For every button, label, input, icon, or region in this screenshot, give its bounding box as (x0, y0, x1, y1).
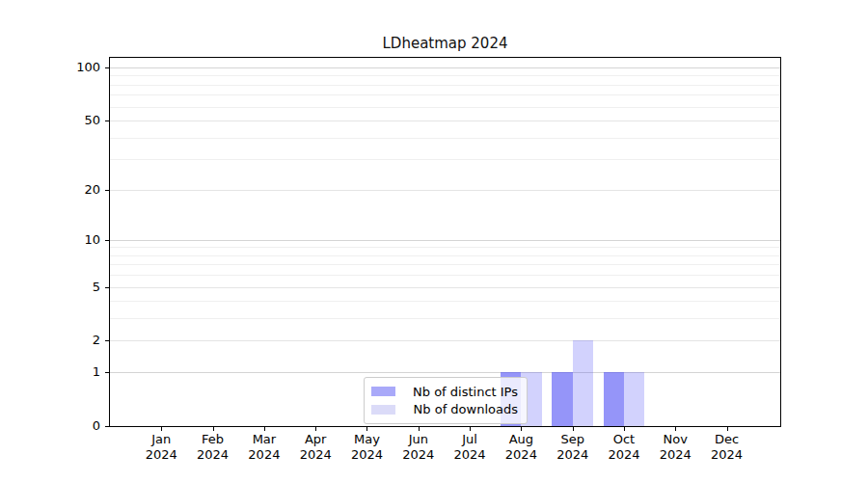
gridline-8 (110, 255, 780, 256)
bar-nb-of-downloads-sep (573, 340, 593, 426)
gridline-80 (110, 85, 780, 86)
y-tick-label-2: 2 (54, 333, 100, 348)
y-tick-label-1: 1 (54, 364, 100, 380)
gridline-20 (110, 190, 780, 191)
y-tick-label-5: 5 (54, 280, 100, 295)
month-year: 2024 (544, 447, 602, 463)
x-tick-label-jul: Jul2024 (441, 432, 499, 463)
month-name: Apr (286, 432, 344, 447)
gridline-10 (110, 240, 780, 241)
y-tick-label-100: 100 (54, 60, 100, 75)
plot-area (109, 57, 781, 427)
x-tick-feb (213, 427, 214, 431)
gridline-60 (110, 107, 780, 108)
x-tick-apr (315, 427, 316, 431)
x-tick-jun (419, 427, 420, 431)
plot-canvas (110, 58, 780, 426)
month-year: 2024 (646, 447, 704, 463)
gridline-70 (110, 94, 780, 95)
y-tick-label-50: 50 (54, 113, 100, 128)
month-year: 2024 (132, 447, 190, 463)
month-name: Nov (646, 432, 704, 447)
month-year: 2024 (286, 447, 344, 463)
chart-figure: LDheatmap 2024 0125102050100Jan2024Feb20… (0, 0, 868, 482)
gridline-2 (110, 340, 780, 341)
month-name: Oct (595, 432, 653, 447)
month-name: May (338, 432, 395, 447)
y-tick-20 (105, 190, 110, 191)
chart-title: LDheatmap 2024 (109, 35, 781, 52)
x-tick-jul (470, 427, 471, 431)
x-tick-label-dec: Dec2024 (698, 432, 756, 463)
legend-item-distinct-ips: Nb of distinct IPs (371, 383, 518, 400)
legend: Nb of distinct IPs Nb of downloads (364, 377, 528, 424)
gridline-6 (110, 275, 780, 276)
x-tick-label-oct: Oct2024 (595, 432, 653, 463)
x-tick-label-may: May2024 (338, 432, 395, 463)
x-tick-may (366, 427, 367, 431)
month-name: Dec (698, 432, 756, 447)
x-tick-label-jun: Jun2024 (390, 432, 448, 463)
month-year: 2024 (390, 447, 448, 463)
gridline-5 (110, 287, 780, 288)
x-tick-aug (521, 427, 522, 431)
gridline-9 (110, 247, 780, 248)
x-tick-label-aug: Aug2024 (492, 432, 550, 463)
x-tick-label-mar: Mar2024 (235, 432, 293, 463)
month-name: Jun (390, 432, 448, 447)
x-tick-label-sep: Sep2024 (544, 432, 602, 463)
month-name: Jul (441, 432, 499, 447)
legend-label-downloads: Nb of downloads (404, 402, 518, 416)
x-tick-mar (264, 427, 265, 431)
y-tick-50 (105, 120, 110, 121)
bar-nb-of-distinct-ips-sep (552, 372, 572, 426)
legend-item-downloads: Nb of downloads (371, 401, 518, 418)
gridline-50 (110, 120, 780, 121)
y-tick-label-10: 10 (54, 232, 100, 248)
x-tick-label-nov: Nov2024 (646, 432, 704, 463)
y-tick-10 (105, 240, 110, 241)
x-tick-nov (675, 427, 676, 431)
month-year: 2024 (235, 447, 293, 463)
legend-label-distinct-ips: Nb of distinct IPs (404, 385, 518, 399)
bar-nb-of-distinct-ips-oct (604, 372, 624, 426)
gridline-90 (110, 75, 780, 76)
legend-swatch-downloads (371, 405, 395, 415)
month-year: 2024 (441, 447, 499, 463)
month-name: Sep (544, 432, 602, 447)
legend-swatch-distinct-ips (371, 387, 395, 396)
month-name: Jan (132, 432, 190, 447)
gridline-30 (110, 159, 780, 160)
gridline-7 (110, 264, 780, 265)
y-tick-2 (105, 340, 110, 341)
month-year: 2024 (184, 447, 242, 463)
month-year: 2024 (338, 447, 395, 463)
gridline-3 (110, 318, 780, 319)
month-name: Aug (492, 432, 550, 447)
x-tick-label-feb: Feb2024 (184, 432, 242, 463)
gridline-100 (110, 67, 780, 68)
bar-nb-of-downloads-oct (624, 372, 644, 426)
y-tick-0 (105, 426, 110, 427)
month-name: Mar (235, 432, 293, 447)
y-tick-label-0: 0 (54, 418, 100, 434)
y-tick-5 (105, 287, 110, 288)
x-tick-dec (727, 427, 728, 431)
gridline-1 (110, 372, 780, 373)
y-tick-1 (105, 372, 110, 373)
y-tick-100 (105, 67, 110, 68)
gridline-40 (110, 138, 780, 139)
month-year: 2024 (492, 447, 550, 463)
x-tick-sep (573, 427, 574, 431)
y-tick-label-20: 20 (54, 182, 100, 198)
month-year: 2024 (698, 447, 756, 463)
x-tick-oct (624, 427, 625, 431)
month-name: Feb (184, 432, 242, 447)
x-tick-jan (161, 427, 162, 431)
month-year: 2024 (595, 447, 653, 463)
x-tick-label-jan: Jan2024 (132, 432, 190, 463)
gridline-4 (110, 301, 780, 302)
x-tick-label-apr: Apr2024 (286, 432, 344, 463)
